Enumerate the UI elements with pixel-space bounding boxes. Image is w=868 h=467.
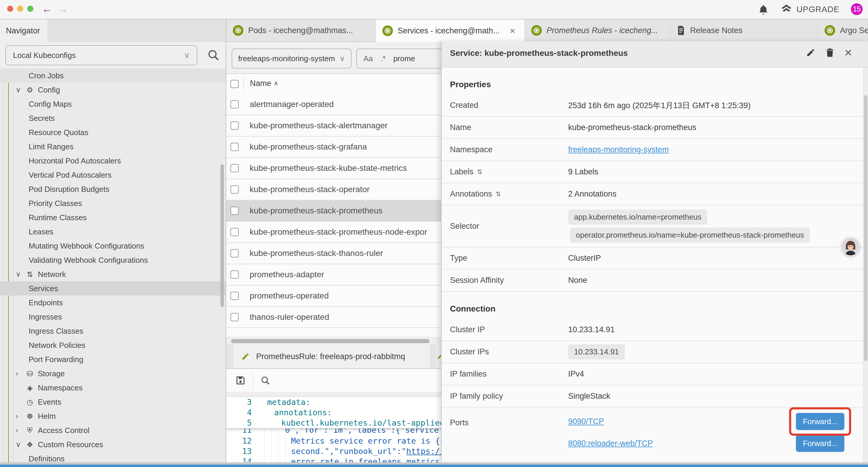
detail-scrollbar-track[interactable] xyxy=(863,67,868,462)
yaml-editor[interactable]: 11 0","for":"1m","labels":{"service":" 1… xyxy=(226,397,441,467)
forward-button-nav[interactable]: → xyxy=(58,2,68,16)
sidebar-item[interactable]: Resource Quotas xyxy=(0,125,226,140)
sidebar-item[interactable]: Horizontal Pod Autoscalers xyxy=(0,154,226,168)
sidebar-item[interactable]: Config Maps xyxy=(0,97,226,111)
column-header-name[interactable]: Name xyxy=(250,79,271,88)
sidebar-item[interactable]: Network Policies xyxy=(0,338,226,352)
editor-search-icon[interactable] xyxy=(260,375,270,385)
forward-button[interactable]: Forward... xyxy=(796,435,844,452)
table-row[interactable]: prometheus-adapter xyxy=(226,264,441,286)
sidebar-item[interactable]: › ⛨ Access Control xyxy=(0,423,226,437)
row-checkbox[interactable] xyxy=(230,270,239,279)
code-link[interactable]: https://net xyxy=(406,447,441,456)
row-checkbox[interactable] xyxy=(230,292,239,300)
table-row[interactable]: kube-prometheus-stack-alertmanager xyxy=(226,115,441,137)
sidebar-item[interactable]: ∨ ⚙ Config xyxy=(0,83,226,97)
sidebar-item[interactable]: Mutating Webhook Configurations xyxy=(0,239,226,253)
port-link[interactable]: 8080:reloader-web/TCP xyxy=(568,439,653,448)
table-row[interactable]: kube-prometheus-stack-prometheus xyxy=(226,200,441,222)
sidebar-item[interactable]: › ☸ Helm xyxy=(0,409,226,423)
table-row[interactable]: prometheus-operated xyxy=(226,286,441,307)
sidebar-item[interactable]: › ⛁ Storage xyxy=(0,367,226,381)
sidebar-item[interactable]: ◈ Namespaces xyxy=(0,381,226,395)
sidebar-item[interactable]: Limit Ranges xyxy=(0,140,226,154)
sidebar-search-icon[interactable] xyxy=(207,49,220,61)
table-row[interactable]: kube-prometheus-stack-operator xyxy=(226,179,441,200)
notification-count-badge[interactable]: 15 xyxy=(851,3,863,15)
sort-toggle-icon[interactable]: ⇅ xyxy=(496,191,501,198)
window-close-button[interactable] xyxy=(7,6,13,12)
app-tab[interactable]: Services - icecheng@math... × xyxy=(376,20,525,42)
sidebar-item[interactable]: Ingresses xyxy=(0,310,226,324)
tab-navigator[interactable]: Navigator xyxy=(0,20,48,42)
edit-pencil-icon[interactable] xyxy=(806,48,815,57)
sidebar-item[interactable]: Leases xyxy=(0,225,226,239)
tree-chevron-icon[interactable]: › xyxy=(16,412,23,420)
row-checkbox[interactable] xyxy=(230,164,239,172)
sidebar-item[interactable]: ∨ ⇅ Network xyxy=(0,267,226,282)
sidebar-item[interactable]: Secrets xyxy=(0,111,226,125)
sidebar-item[interactable]: Runtime Classes xyxy=(0,210,226,225)
sidebar-item[interactable]: Port Forwarding xyxy=(0,352,226,367)
app-tab[interactable]: Pods - icecheng@mathmas... xyxy=(226,20,376,41)
table-row[interactable]: kube-prometheus-stack-prometheus-node-ex… xyxy=(226,222,441,243)
table-row[interactable]: kube-prometheus-stack-thanos-ruler xyxy=(226,243,441,264)
window-maximize-button[interactable] xyxy=(27,6,33,12)
filter-input[interactable]: Aa .* prome xyxy=(356,49,441,68)
tree-chevron-icon[interactable]: ∨ xyxy=(16,440,23,449)
sidebar-item[interactable]: Priority Classes xyxy=(0,196,226,210)
notifications-bell-icon[interactable] xyxy=(758,4,769,16)
row-checkbox[interactable] xyxy=(230,121,239,130)
detail-scrollbar-thumb[interactable] xyxy=(864,95,867,361)
port-link[interactable]: 9090/TCP xyxy=(568,417,604,426)
table-row[interactable]: alertmanager-operated xyxy=(226,94,441,115)
sidebar-item[interactable]: Vertical Pod Autoscalers xyxy=(0,168,226,182)
sidebar-scrollbar-thumb[interactable] xyxy=(220,164,224,307)
upgrade-button[interactable]: UPGRADE xyxy=(780,4,839,16)
sidebar-item[interactable]: Cron Jobs xyxy=(0,68,226,83)
sidebar-item[interactable]: Services xyxy=(0,282,226,296)
match-case-toggle[interactable]: Aa xyxy=(363,54,373,63)
row-checkbox[interactable] xyxy=(230,143,239,151)
app-tab[interactable]: Release Notes xyxy=(670,20,818,41)
window-minimize-button[interactable] xyxy=(17,6,23,12)
sidebar-item[interactable]: Ingress Classes xyxy=(0,324,226,338)
sidebar-item[interactable]: Validating Webhook Configurations xyxy=(0,253,226,267)
sidebar-item[interactable]: ∨ ❖ Custom Resources xyxy=(0,437,226,451)
tree-chevron-icon[interactable]: ∨ xyxy=(16,270,23,279)
row-checkbox[interactable] xyxy=(230,313,239,321)
regex-toggle[interactable]: .* xyxy=(380,54,385,63)
sidebar-item[interactable]: ◷ Events xyxy=(0,395,226,409)
tab-close-icon[interactable]: × xyxy=(510,25,516,36)
app-tab[interactable]: Prometheus Rules - icecheng... xyxy=(525,20,670,41)
value-link[interactable]: freeleaps-monitoring-system xyxy=(568,145,669,154)
table-row[interactable]: thanos-ruler-operated xyxy=(226,307,441,328)
namespace-select[interactable]: freeleaps-monitoring-system ∨ xyxy=(231,49,351,68)
table-row[interactable]: kube-prometheus-stack-grafana xyxy=(226,137,441,158)
editor-tab[interactable]: PrometheusRule: freeleaps-prod-rabbitmq xyxy=(233,345,431,368)
sidebar-item[interactable]: Pod Disruption Budgets xyxy=(0,182,226,196)
row-checkbox[interactable] xyxy=(230,100,239,109)
save-icon[interactable] xyxy=(235,375,246,386)
table-row[interactable]: kube-prometheus-stack-kube-state-metrics xyxy=(226,158,441,179)
tree-chevron-icon[interactable]: › xyxy=(16,426,23,435)
row-checkbox[interactable] xyxy=(230,207,239,215)
close-icon[interactable]: × xyxy=(844,47,852,59)
delete-trash-icon[interactable] xyxy=(826,48,834,58)
app-tab[interactable]: Argo Se xyxy=(818,20,868,41)
table-horizontal-scrollbar[interactable] xyxy=(226,337,441,345)
user-avatar[interactable] xyxy=(841,237,860,256)
sort-ascending-icon[interactable]: ∧ xyxy=(274,80,278,87)
row-checkbox[interactable] xyxy=(230,185,239,194)
tree-chevron-icon[interactable]: › xyxy=(16,370,23,378)
sort-toggle-icon[interactable]: ⇅ xyxy=(477,168,483,176)
tree-chevron-icon[interactable]: ∨ xyxy=(16,86,23,94)
back-button[interactable]: ← xyxy=(42,2,53,16)
kubeconfig-select[interactable]: Local Kubeconfigs ∨ xyxy=(5,45,197,65)
sidebar-item[interactable]: Endpoints xyxy=(0,296,226,310)
row-checkbox[interactable] xyxy=(230,249,239,258)
row-checkbox[interactable] xyxy=(230,228,239,236)
scrollbar-thumb[interactable] xyxy=(231,339,430,343)
select-all-checkbox[interactable] xyxy=(230,80,239,88)
editor-tab-partial[interactable] xyxy=(435,345,441,368)
